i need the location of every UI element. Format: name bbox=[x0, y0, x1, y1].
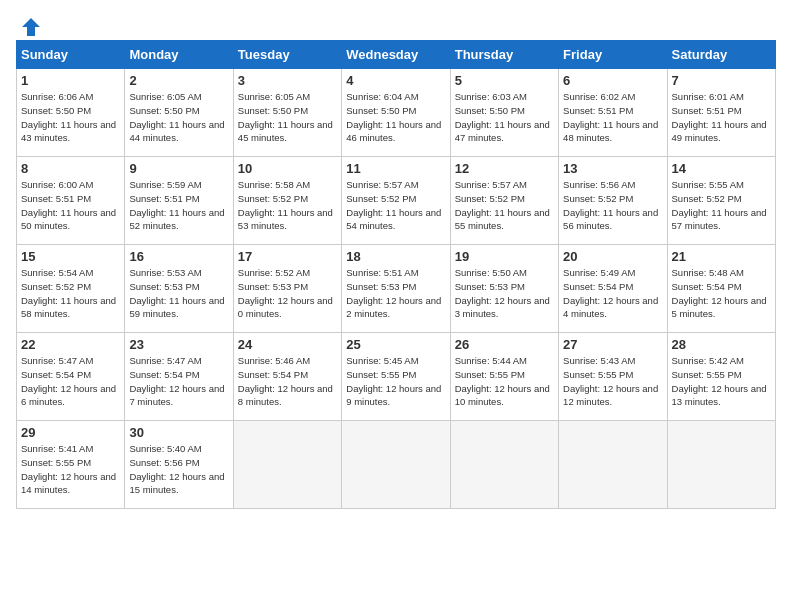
day-info: Sunrise: 5:50 AMSunset: 5:53 PMDaylight:… bbox=[455, 267, 550, 319]
day-number: 6 bbox=[563, 73, 662, 88]
calendar-cell bbox=[342, 421, 450, 509]
day-info: Sunrise: 5:40 AMSunset: 5:56 PMDaylight:… bbox=[129, 443, 224, 495]
calendar-cell: 14Sunrise: 5:55 AMSunset: 5:52 PMDayligh… bbox=[667, 157, 775, 245]
col-header-tuesday: Tuesday bbox=[233, 41, 341, 69]
calendar-cell: 19Sunrise: 5:50 AMSunset: 5:53 PMDayligh… bbox=[450, 245, 558, 333]
calendar-cell: 27Sunrise: 5:43 AMSunset: 5:55 PMDayligh… bbox=[559, 333, 667, 421]
day-info: Sunrise: 5:49 AMSunset: 5:54 PMDaylight:… bbox=[563, 267, 658, 319]
calendar-cell: 26Sunrise: 5:44 AMSunset: 5:55 PMDayligh… bbox=[450, 333, 558, 421]
calendar-cell: 4Sunrise: 6:04 AMSunset: 5:50 PMDaylight… bbox=[342, 69, 450, 157]
calendar-cell: 15Sunrise: 5:54 AMSunset: 5:52 PMDayligh… bbox=[17, 245, 125, 333]
calendar-cell: 2Sunrise: 6:05 AMSunset: 5:50 PMDaylight… bbox=[125, 69, 233, 157]
day-number: 29 bbox=[21, 425, 120, 440]
calendar-cell bbox=[559, 421, 667, 509]
calendar-cell: 20Sunrise: 5:49 AMSunset: 5:54 PMDayligh… bbox=[559, 245, 667, 333]
day-info: Sunrise: 5:42 AMSunset: 5:55 PMDaylight:… bbox=[672, 355, 767, 407]
col-header-sunday: Sunday bbox=[17, 41, 125, 69]
calendar-cell: 3Sunrise: 6:05 AMSunset: 5:50 PMDaylight… bbox=[233, 69, 341, 157]
day-info: Sunrise: 6:04 AMSunset: 5:50 PMDaylight:… bbox=[346, 91, 441, 143]
day-number: 1 bbox=[21, 73, 120, 88]
calendar-cell: 18Sunrise: 5:51 AMSunset: 5:53 PMDayligh… bbox=[342, 245, 450, 333]
calendar-cell: 29Sunrise: 5:41 AMSunset: 5:55 PMDayligh… bbox=[17, 421, 125, 509]
calendar-cell: 28Sunrise: 5:42 AMSunset: 5:55 PMDayligh… bbox=[667, 333, 775, 421]
col-header-wednesday: Wednesday bbox=[342, 41, 450, 69]
day-info: Sunrise: 5:44 AMSunset: 5:55 PMDaylight:… bbox=[455, 355, 550, 407]
day-info: Sunrise: 5:47 AMSunset: 5:54 PMDaylight:… bbox=[129, 355, 224, 407]
day-info: Sunrise: 5:41 AMSunset: 5:55 PMDaylight:… bbox=[21, 443, 116, 495]
day-number: 15 bbox=[21, 249, 120, 264]
calendar-cell: 9Sunrise: 5:59 AMSunset: 5:51 PMDaylight… bbox=[125, 157, 233, 245]
calendar-cell: 24Sunrise: 5:46 AMSunset: 5:54 PMDayligh… bbox=[233, 333, 341, 421]
calendar-cell: 13Sunrise: 5:56 AMSunset: 5:52 PMDayligh… bbox=[559, 157, 667, 245]
day-info: Sunrise: 5:59 AMSunset: 5:51 PMDaylight:… bbox=[129, 179, 224, 231]
day-number: 4 bbox=[346, 73, 445, 88]
day-info: Sunrise: 6:01 AMSunset: 5:51 PMDaylight:… bbox=[672, 91, 767, 143]
day-info: Sunrise: 6:00 AMSunset: 5:51 PMDaylight:… bbox=[21, 179, 116, 231]
calendar-cell: 17Sunrise: 5:52 AMSunset: 5:53 PMDayligh… bbox=[233, 245, 341, 333]
day-info: Sunrise: 5:51 AMSunset: 5:53 PMDaylight:… bbox=[346, 267, 441, 319]
day-number: 12 bbox=[455, 161, 554, 176]
calendar-cell: 11Sunrise: 5:57 AMSunset: 5:52 PMDayligh… bbox=[342, 157, 450, 245]
day-info: Sunrise: 6:03 AMSunset: 5:50 PMDaylight:… bbox=[455, 91, 550, 143]
day-number: 25 bbox=[346, 337, 445, 352]
day-info: Sunrise: 5:52 AMSunset: 5:53 PMDaylight:… bbox=[238, 267, 333, 319]
day-info: Sunrise: 5:46 AMSunset: 5:54 PMDaylight:… bbox=[238, 355, 333, 407]
col-header-saturday: Saturday bbox=[667, 41, 775, 69]
day-info: Sunrise: 5:57 AMSunset: 5:52 PMDaylight:… bbox=[455, 179, 550, 231]
calendar-cell: 12Sunrise: 5:57 AMSunset: 5:52 PMDayligh… bbox=[450, 157, 558, 245]
day-number: 27 bbox=[563, 337, 662, 352]
day-number: 23 bbox=[129, 337, 228, 352]
day-info: Sunrise: 6:02 AMSunset: 5:51 PMDaylight:… bbox=[563, 91, 658, 143]
day-info: Sunrise: 5:53 AMSunset: 5:53 PMDaylight:… bbox=[129, 267, 224, 319]
calendar-cell bbox=[233, 421, 341, 509]
day-info: Sunrise: 5:58 AMSunset: 5:52 PMDaylight:… bbox=[238, 179, 333, 231]
col-header-friday: Friday bbox=[559, 41, 667, 69]
svg-marker-0 bbox=[22, 18, 40, 36]
day-info: Sunrise: 6:05 AMSunset: 5:50 PMDaylight:… bbox=[129, 91, 224, 143]
day-number: 17 bbox=[238, 249, 337, 264]
calendar-cell: 22Sunrise: 5:47 AMSunset: 5:54 PMDayligh… bbox=[17, 333, 125, 421]
calendar-cell: 21Sunrise: 5:48 AMSunset: 5:54 PMDayligh… bbox=[667, 245, 775, 333]
calendar-table: SundayMondayTuesdayWednesdayThursdayFrid… bbox=[16, 40, 776, 509]
calendar-cell bbox=[450, 421, 558, 509]
day-number: 14 bbox=[672, 161, 771, 176]
day-number: 30 bbox=[129, 425, 228, 440]
day-number: 19 bbox=[455, 249, 554, 264]
calendar-cell: 25Sunrise: 5:45 AMSunset: 5:55 PMDayligh… bbox=[342, 333, 450, 421]
day-number: 26 bbox=[455, 337, 554, 352]
calendar-cell: 7Sunrise: 6:01 AMSunset: 5:51 PMDaylight… bbox=[667, 69, 775, 157]
day-info: Sunrise: 5:48 AMSunset: 5:54 PMDaylight:… bbox=[672, 267, 767, 319]
day-info: Sunrise: 5:45 AMSunset: 5:55 PMDaylight:… bbox=[346, 355, 441, 407]
calendar-cell: 30Sunrise: 5:40 AMSunset: 5:56 PMDayligh… bbox=[125, 421, 233, 509]
day-number: 5 bbox=[455, 73, 554, 88]
logo-icon bbox=[20, 16, 42, 38]
day-number: 3 bbox=[238, 73, 337, 88]
calendar-cell: 6Sunrise: 6:02 AMSunset: 5:51 PMDaylight… bbox=[559, 69, 667, 157]
logo bbox=[16, 16, 42, 34]
day-info: Sunrise: 5:57 AMSunset: 5:52 PMDaylight:… bbox=[346, 179, 441, 231]
calendar-cell: 23Sunrise: 5:47 AMSunset: 5:54 PMDayligh… bbox=[125, 333, 233, 421]
col-header-monday: Monday bbox=[125, 41, 233, 69]
day-info: Sunrise: 5:47 AMSunset: 5:54 PMDaylight:… bbox=[21, 355, 116, 407]
day-info: Sunrise: 5:55 AMSunset: 5:52 PMDaylight:… bbox=[672, 179, 767, 231]
day-number: 13 bbox=[563, 161, 662, 176]
day-number: 7 bbox=[672, 73, 771, 88]
day-number: 16 bbox=[129, 249, 228, 264]
day-number: 21 bbox=[672, 249, 771, 264]
day-number: 2 bbox=[129, 73, 228, 88]
day-number: 24 bbox=[238, 337, 337, 352]
day-number: 22 bbox=[21, 337, 120, 352]
day-info: Sunrise: 5:56 AMSunset: 5:52 PMDaylight:… bbox=[563, 179, 658, 231]
calendar-cell: 16Sunrise: 5:53 AMSunset: 5:53 PMDayligh… bbox=[125, 245, 233, 333]
day-info: Sunrise: 6:06 AMSunset: 5:50 PMDaylight:… bbox=[21, 91, 116, 143]
day-info: Sunrise: 5:54 AMSunset: 5:52 PMDaylight:… bbox=[21, 267, 116, 319]
calendar-cell: 1Sunrise: 6:06 AMSunset: 5:50 PMDaylight… bbox=[17, 69, 125, 157]
day-number: 10 bbox=[238, 161, 337, 176]
calendar-cell: 5Sunrise: 6:03 AMSunset: 5:50 PMDaylight… bbox=[450, 69, 558, 157]
calendar-cell bbox=[667, 421, 775, 509]
calendar-cell: 10Sunrise: 5:58 AMSunset: 5:52 PMDayligh… bbox=[233, 157, 341, 245]
col-header-thursday: Thursday bbox=[450, 41, 558, 69]
day-number: 20 bbox=[563, 249, 662, 264]
day-info: Sunrise: 6:05 AMSunset: 5:50 PMDaylight:… bbox=[238, 91, 333, 143]
day-number: 18 bbox=[346, 249, 445, 264]
